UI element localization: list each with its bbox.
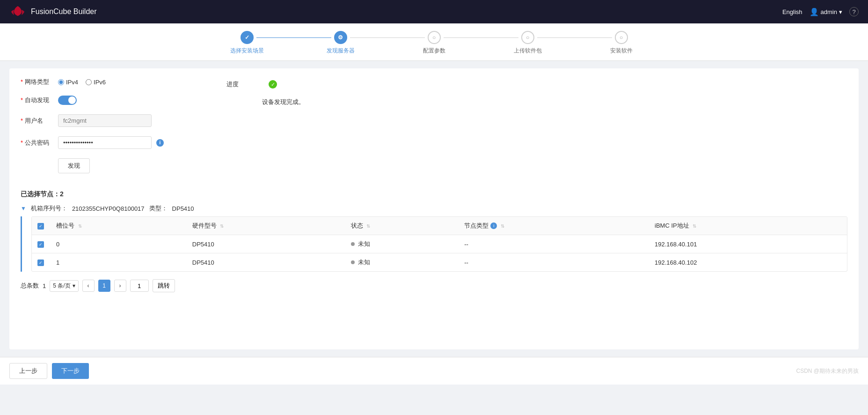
pagination-row: 总条数 1 5 条/页 ▾ ‹ 1 › 1 跳转 [21,279,847,292]
page-1-button[interactable]: 1 [98,280,110,292]
password-label: * 公共密码 [21,139,53,147]
step-1[interactable]: ✓ 选择安装场景 [200,31,294,55]
step-5[interactable]: ○ 安装软件 [575,31,668,55]
language-selector[interactable]: English [782,8,802,15]
main-content: * 网络类型 IPv4 IPv6 * 自动发现 [9,68,859,349]
form-column: * 网络类型 IPv4 IPv6 * 自动发现 [21,78,208,183]
page-size-selector[interactable]: 5 条/页 ▾ [50,280,78,292]
row1-checkbox-cell [32,235,51,253]
discover-btn-row: 发现 [58,158,208,173]
progress-bar-wrap: ✓ [264,80,277,89]
sort-slot-icon[interactable]: ⇅ [78,223,82,229]
row2-status-dot [351,260,355,264]
nodes-table-wrapper: 槽位号 ⇅ 硬件型号 ⇅ 状态 ⇅ 节点类 [21,216,847,272]
row1-node-type: -- [459,235,649,253]
step-5-label: 安装软件 [610,47,633,55]
progress-column: 进度 ✓ 设备发现完成。 [226,78,847,106]
table-row: 1 DP5410 未知 -- 192.168.40.102 [32,253,847,272]
nodes-table-container: 槽位号 ⇅ 硬件型号 ⇅ 状态 ⇅ 节点类 [31,216,847,272]
chassis-type-value: DP5410 [172,205,194,212]
step-3-label: 配置参数 [423,47,445,55]
step-3[interactable]: ○ 配置参数 [387,31,481,55]
progress-label: 进度 [226,80,259,89]
table-row: 0 DP5410 未知 -- 192.168.40.101 [32,235,847,253]
footer-buttons: 上一步 下一步 [9,363,89,379]
auto-discover-row: * 自动发现 [21,96,208,105]
th-ibmc-ip: iBMC IP地址 ⇅ [649,217,847,235]
table-header-row: 槽位号 ⇅ 硬件型号 ⇅ 状态 ⇅ 节点类 [32,217,847,235]
row1-status: 未知 [345,235,459,253]
row2-checkbox-cell [32,253,51,272]
sort-status-icon[interactable]: ⇅ [366,223,370,229]
auto-discover-toggle[interactable] [58,96,77,105]
select-all-checkbox[interactable] [37,223,44,230]
user-menu[interactable]: 👤 admin ▾ [810,7,842,16]
chassis-serial-label: 机箱序列号： [31,204,67,213]
total-label: 总条数 [21,282,39,290]
watermark: CSDN @期待未来的男孩 [796,367,859,375]
sort-ibmc-ip-icon[interactable]: ⇅ [693,223,696,229]
row2-status: 未知 [345,253,459,272]
password-input[interactable] [58,136,152,149]
row2-node-type: -- [459,253,649,272]
selected-nodes-title: 已选择节点：2 [21,190,847,199]
step-5-circle: ○ [615,31,628,44]
username-row: * 用户名 [21,114,208,127]
step-2-label: 发现服务器 [327,47,355,55]
network-type-row: * 网络类型 IPv4 IPv6 [21,78,208,86]
row1-ibmc-ip: 192.168.40.101 [649,235,847,253]
auto-discover-label: * 自动发现 [21,96,53,104]
th-node-type: 节点类型 i ⇅ [459,217,649,235]
network-type-label: * 网络类型 [21,78,53,86]
chassis-chevron-icon[interactable]: ▼ [21,205,26,212]
row1-checkbox[interactable] [37,241,44,248]
row1-hardware: DP5410 [187,235,345,253]
next-step-button[interactable]: 下一步 [52,363,89,379]
step-2[interactable]: ⚙ 发现服务器 [294,31,387,55]
form-progress-row: * 网络类型 IPv4 IPv6 * 自动发现 [21,78,847,183]
row2-hardware: DP5410 [187,253,345,272]
page-size-chevron-icon: ▾ [73,282,75,289]
row2-slot: 1 [51,253,187,272]
step-4[interactable]: ○ 上传软件包 [481,31,575,55]
app-title: FusionCube Builder [31,7,97,16]
row1-slot: 0 [51,235,187,253]
progress-complete-text: 设备发现完成。 [262,98,847,106]
sort-hardware-icon[interactable]: ⇅ [220,223,224,229]
header-right: English 👤 admin ▾ ? [782,7,859,16]
ipv6-radio[interactable]: IPv6 [86,79,106,86]
help-button[interactable]: ? [849,7,859,16]
nodes-table: 槽位号 ⇅ 硬件型号 ⇅ 状态 ⇅ 节点类 [32,217,847,271]
step-4-circle: ○ [521,31,534,44]
page-jump-input[interactable]: 1 [130,280,149,292]
chassis-type-label: 类型： [149,204,168,213]
row2-checkbox[interactable] [37,259,44,266]
step-3-circle: ○ [428,31,441,44]
th-status: 状态 ⇅ [345,217,459,235]
th-checkbox [32,217,51,235]
th-hardware: 硬件型号 ⇅ [187,217,345,235]
step-4-label: 上传软件包 [514,47,542,55]
page-footer: 上一步 下一步 CSDN @期待未来的男孩 [0,357,868,385]
prev-step-button[interactable]: 上一步 [9,363,47,379]
step-1-label: 选择安装场景 [230,47,264,55]
chassis-serial-value: 2102355CHYP0Q8100017 [72,205,145,212]
row1-status-dot [351,242,355,246]
username-label: * 用户名 [21,117,53,125]
ipv4-radio[interactable]: IPv4 [58,79,78,86]
node-type-info-icon[interactable]: i [490,222,497,229]
network-type-radio-group[interactable]: IPv4 IPv6 [58,79,106,86]
goto-page-button[interactable]: 跳转 [153,279,175,292]
username-input[interactable] [58,114,152,127]
header-left: FusionCube Builder [9,5,97,18]
discover-button[interactable]: 发现 [58,158,90,173]
row2-ibmc-ip: 192.168.40.102 [649,253,847,272]
huawei-logo [9,5,26,18]
password-info-icon[interactable]: i [156,139,164,147]
step-1-circle: ✓ [241,31,254,44]
th-slot: 槽位号 ⇅ [51,217,187,235]
prev-page-button[interactable]: ‹ [82,280,95,292]
sort-node-type-icon[interactable]: ⇅ [501,223,504,229]
total-count: 1 [43,282,46,289]
next-page-button[interactable]: › [114,280,126,292]
